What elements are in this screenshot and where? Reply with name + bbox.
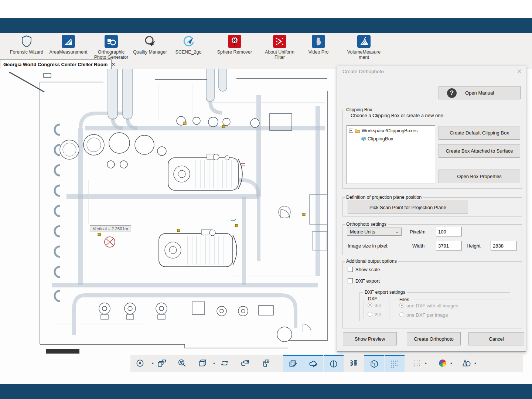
open-manual-button[interactable]: ? Open Manual: [439, 86, 521, 99]
ribbon-app-area-measurement[interactable]: AreaMeasurement: [48, 35, 89, 55]
radio-one-dxf-per[interactable]: [399, 312, 404, 317]
cube-icon: [198, 358, 207, 368]
view-point-button[interactable]: [130, 355, 150, 372]
dialog-title: Create Orthophoto: [342, 69, 384, 74]
standard-views-button[interactable]: [192, 355, 212, 372]
show-scale-checkbox[interactable]: [348, 267, 353, 272]
camera-cube-icon: [157, 358, 167, 368]
clipping-box-instruction: Choose a Clipping Box or create a new on…: [351, 113, 444, 118]
ribbon-app-label: SCENE_2go: [172, 50, 205, 55]
cone-sphere-icon: [462, 358, 471, 368]
app-ribbon: Forensic Wizard AreaMeasurement ▼ Orthog…: [0, 33, 532, 59]
previous-view-button[interactable]: [235, 355, 255, 372]
radio-one-dxf-all[interactable]: [399, 303, 404, 308]
scan-points-plane-button[interactable]: [344, 355, 364, 372]
menu-up-icon[interactable]: ▲: [424, 361, 427, 365]
scene-2go-icon: [182, 35, 195, 48]
tree-collapse-icon[interactable]: [349, 129, 353, 133]
pixel-per-m-input[interactable]: [436, 227, 462, 236]
ribbon-app-label: Forensic Wizard: [8, 50, 45, 55]
quality-manager-icon: [143, 35, 157, 48]
tab-title: Georgia World Congress Center Chiller Ro…: [3, 62, 108, 67]
ribbon-app-volume-measurement[interactable]: VolumeMeasurement: [345, 35, 382, 60]
orthophoto-settings-group-label: Orthophoto settings: [345, 222, 388, 227]
radio-one-dxf-all-label: one DXF with all images: [406, 303, 458, 308]
ribbon-app-forensic-wizard[interactable]: Forensic Wizard: [8, 35, 45, 55]
title-bar: [0, 18, 532, 33]
height-input[interactable]: [491, 241, 517, 250]
clipping-box-tree[interactable]: Workspace/ClippingBoxes ClippingBox: [347, 125, 435, 184]
ribbon-app-video-pro[interactable]: Video Pro: [304, 35, 333, 55]
tree-item-workspace[interactable]: Workspace/ClippingBoxes: [347, 127, 435, 134]
ribbon-app-orthographic-photo-generator[interactable]: Orthographic Photo Generator: [93, 35, 130, 60]
radio-3d[interactable]: [368, 303, 372, 307]
tab-close-icon[interactable]: ✕: [111, 62, 115, 67]
clipping-box-icon: [361, 137, 366, 141]
ribbon-app-quality-manager[interactable]: Quality Manager: [132, 35, 168, 55]
bounding-box-toggle[interactable]: [364, 355, 384, 372]
menu-up-icon[interactable]: ▲: [474, 361, 477, 365]
create-default-clipping-box-button[interactable]: Create Default Clipping Box: [439, 126, 520, 140]
ribbon-app-label: Quality Manager: [132, 50, 168, 55]
ribbon-app-label: Video Pro: [304, 50, 333, 55]
image-size-label: Image size in pixel:: [348, 243, 389, 249]
create-orthophoto-button[interactable]: Create Orthophoto: [407, 332, 461, 345]
points-grid-icon: [349, 358, 359, 368]
create-box-attached-button[interactable]: Create Box Attached to Surface: [439, 144, 520, 158]
folder-icon: [355, 129, 360, 133]
pick-view-button[interactable]: [255, 355, 275, 372]
width-label: Width: [412, 243, 424, 249]
hexagon-axes-icon: [369, 359, 379, 369]
home-view-button[interactable]: [152, 355, 172, 372]
clipping-boxes-toggle[interactable]: [283, 355, 303, 372]
units-selected-value: Metric Units: [350, 229, 375, 235]
chevron-down-icon: ⌄: [396, 230, 399, 234]
point-density-toggle[interactable]: [385, 355, 405, 372]
cancel-button[interactable]: Cancel: [468, 332, 524, 345]
radio-2d[interactable]: [368, 312, 372, 317]
show-preview-button[interactable]: Show Preview: [343, 332, 397, 345]
point-cloud-toggle[interactable]: [303, 355, 323, 372]
ribbon-app-scene-2go[interactable]: SCENE_2go: [172, 35, 205, 55]
orthographic-photo-icon: [105, 35, 118, 48]
ribbon-app-sphere-remover[interactable]: Sphere Remover: [216, 35, 253, 55]
video-pro-icon: [312, 35, 325, 48]
dialog-close-icon[interactable]: ✕: [517, 68, 522, 75]
sphere-remover-icon: [228, 35, 241, 48]
rotate-view-button[interactable]: [215, 355, 235, 372]
ribbon-app-label: Orthographic Photo Generator: [93, 50, 130, 60]
ribbon-app-label: VolumeMeasurement: [345, 50, 382, 60]
clipping-mode-toggle[interactable]: [324, 355, 344, 372]
tab-chiller-room[interactable]: Georgia World Congress Center Chiller Ro…: [0, 59, 112, 69]
radio-one-dxf-per-label: one DXF per image: [406, 312, 448, 318]
measurement-tooltip: Vertical = 2.2601m: [90, 225, 131, 232]
split-sphere-icon: [329, 359, 338, 369]
additional-output-group-label: Additional output options: [345, 259, 398, 264]
create-orthophoto-dialog: Create Orthophoto ✕ ? Open Manual Clippi…: [337, 66, 526, 352]
clipping-box-group-label: Clipping Box: [345, 107, 374, 112]
clipping-stack-icon: [288, 359, 298, 369]
area-measurement-icon: [62, 35, 75, 48]
show-scale-label: Show scale: [355, 267, 380, 272]
cloud-check-icon: [308, 359, 318, 369]
camera-back-icon: [240, 358, 250, 368]
units-select[interactable]: Metric Units ⌄: [347, 228, 402, 236]
tree-item-label: Workspace/ClippingBoxes: [362, 128, 418, 133]
view-point-icon: [136, 358, 145, 368]
ribbon-app-label: Sphere Remover: [216, 50, 253, 55]
volume-measurement-icon: [357, 35, 371, 48]
pick-scan-point-button[interactable]: Pick Scan Point for Projection Plane: [348, 201, 468, 214]
tree-item-clippingbox[interactable]: ClippingBox: [347, 136, 435, 142]
ribbon-app-about-uniform-filter[interactable]: About Uniform Filter: [261, 35, 298, 60]
status-bar: [0, 384, 532, 399]
tree-item-label: ClippingBox: [368, 136, 393, 141]
help-icon: ?: [447, 88, 457, 98]
radio-2d-label: 2D: [375, 312, 381, 317]
width-input[interactable]: [436, 241, 462, 250]
dxf-export-checkbox[interactable]: [348, 278, 353, 283]
menu-up-icon[interactable]: ▲: [450, 361, 453, 365]
ribbon-app-label: About Uniform Filter: [261, 50, 298, 60]
color-wheel-icon: [438, 358, 447, 368]
zoom-points-button[interactable]: [172, 355, 192, 372]
open-box-properties-button[interactable]: Open Box Properties: [439, 170, 520, 183]
